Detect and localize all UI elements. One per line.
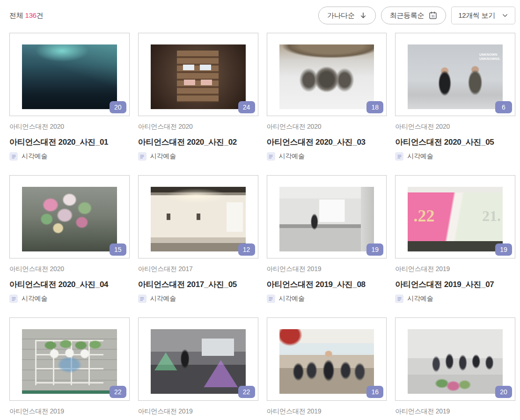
card[interactable]: 20 아티언스대전 2019 xyxy=(395,317,515,416)
card-category: 아티언스대전 2019 xyxy=(267,265,387,273)
card-photo xyxy=(279,187,374,251)
card[interactable]: 19 아티언스대전 2019 아티언스대전 2019_사진_08 시각예술 xyxy=(267,175,387,303)
card-title: 아티언스대전 2020_사진_05 xyxy=(395,137,515,147)
card[interactable]: UNKNOWN UNKNOWNS. 6 아티언스대전 2020 아티언스대전 2… xyxy=(395,33,515,161)
svg-text:31: 31 xyxy=(432,15,435,18)
card-thumbnail-frame: 20 xyxy=(395,317,515,401)
card-tag: 시각예술 xyxy=(9,152,130,161)
card[interactable]: 20 아티언스대전 2020 아티언스대전 2020_사진_01 시각예술 xyxy=(9,33,130,161)
total-count-label: 전체 136건 xyxy=(9,11,44,20)
document-lines-icon xyxy=(395,152,403,161)
sort-recent-label: 최근등록순 xyxy=(390,11,425,20)
card-tag: 시각예술 xyxy=(138,295,258,303)
card-tag-label: 시각예술 xyxy=(279,295,305,303)
card-thumbnail-frame: 15 xyxy=(9,175,130,258)
sort-alphabetical-button[interactable]: 가나다순 xyxy=(318,7,376,24)
card-thumbnail-frame: 20 xyxy=(9,33,130,116)
card-thumbnail-frame: 18 xyxy=(267,33,387,116)
photo-wall-sign-text: UNKNOWN UNKNOWNS. xyxy=(479,53,498,61)
card-tag-label: 시각예술 xyxy=(150,295,176,303)
card[interactable]: 16 아티언스대전 2019 xyxy=(267,317,387,416)
sort-controls: 가나다순 최근등록순 31 12개씩 보기 xyxy=(318,7,515,24)
card[interactable]: 12 아티언스대전 2017 아티언스대전 2017_사진_05 시각예술 xyxy=(138,175,258,303)
card[interactable]: 18 아티언스대전 2020 아티언스대전 2020_사진_03 시각예술 xyxy=(267,33,387,161)
card-photo xyxy=(279,44,374,109)
card-category: 아티언스대전 2019 xyxy=(267,407,387,416)
card-thumbnail-frame: 16 xyxy=(267,317,387,401)
photo-count-badge: 19 xyxy=(366,243,383,256)
card-title: 아티언스대전 2019_사진_08 xyxy=(267,279,387,290)
results-grid: 20 아티언스대전 2020 아티언스대전 2020_사진_01 시각예술 24… xyxy=(0,24,520,416)
photo-projection-number-left: .22 xyxy=(413,206,434,226)
card-photo: .22 21. xyxy=(408,187,503,251)
sort-alphabetical-label: 가나다순 xyxy=(327,11,355,20)
document-lines-icon xyxy=(138,295,146,303)
card-photo xyxy=(151,187,246,251)
calendar-31-icon: 31 xyxy=(429,11,437,20)
card-title: 아티언스대전 2019_사진_07 xyxy=(395,279,515,290)
document-lines-icon xyxy=(9,152,18,161)
card-thumbnail-frame: 12 xyxy=(138,175,258,258)
photo-count-badge: 22 xyxy=(110,386,126,398)
photo-count-badge: 18 xyxy=(366,101,383,113)
card-category: 아티언스대전 2020 xyxy=(395,123,515,131)
card-thumbnail-frame: .22 21. 19 xyxy=(395,175,515,258)
card-tag-label: 시각예술 xyxy=(407,295,433,303)
photo-count-badge: 12 xyxy=(238,243,255,256)
card[interactable]: 22 아티언스대전 2019 xyxy=(9,317,130,416)
page-size-select[interactable]: 12개씩 보기 xyxy=(451,7,515,24)
card-tag-label: 시각예술 xyxy=(279,152,305,161)
card-tag-label: 시각예술 xyxy=(22,152,47,161)
card-category: 아티언스대전 2020 xyxy=(9,265,130,273)
photo-count-badge: 15 xyxy=(110,243,126,256)
card-title: 아티언스대전 2020_사진_01 xyxy=(9,137,130,147)
card-tag: 시각예술 xyxy=(395,295,515,303)
card-thumbnail-frame: 24 xyxy=(138,33,258,116)
card-photo xyxy=(151,44,246,109)
card-title: 아티언스대전 2017_사진_05 xyxy=(138,279,258,290)
card-thumbnail-frame: 19 xyxy=(267,175,387,258)
document-lines-icon xyxy=(395,295,403,303)
card[interactable]: 22 아티언스대전 2019 xyxy=(138,317,258,416)
photo-count-badge: 16 xyxy=(366,386,383,398)
card-photo xyxy=(22,187,117,251)
photo-count-badge: 19 xyxy=(495,243,512,256)
card-tag-label: 시각예술 xyxy=(150,152,176,161)
card-thumbnail-frame: UNKNOWN UNKNOWNS. 6 xyxy=(395,33,515,116)
photo-count-badge: 6 xyxy=(495,101,512,113)
document-lines-icon xyxy=(138,152,146,161)
photo-count-badge: 20 xyxy=(110,101,126,113)
document-lines-icon xyxy=(267,152,275,161)
card[interactable]: .22 21. 19 아티언스대전 2019 아티언스대전 2019_사진_07… xyxy=(395,175,515,303)
card-category: 아티언스대전 2017 xyxy=(138,265,258,273)
photo-count-badge: 22 xyxy=(238,386,255,398)
total-prefix: 전체 xyxy=(9,11,25,19)
total-count-value: 136 xyxy=(25,11,37,19)
card-tag: 시각예술 xyxy=(9,295,130,303)
card-category: 아티언스대전 2020 xyxy=(9,123,130,131)
card-tag: 시각예술 xyxy=(395,152,515,161)
card-photo: UNKNOWN UNKNOWNS. xyxy=(408,44,503,109)
card-title: 아티언스대전 2020_사진_02 xyxy=(138,137,258,147)
total-suffix: 건 xyxy=(37,11,44,19)
card-thumbnail-frame: 22 xyxy=(9,317,130,401)
toolbar: 전체 136건 가나다순 최근등록순 31 12개씩 보기 xyxy=(0,0,520,24)
card-category: 아티언스대전 2019 xyxy=(395,265,515,273)
arrow-down-icon xyxy=(359,12,367,19)
card-tag-label: 시각예술 xyxy=(407,152,433,161)
card-tag: 시각예술 xyxy=(267,295,387,303)
sort-recent-button[interactable]: 최근등록순 31 xyxy=(381,7,447,24)
card-category: 아티언스대전 2020 xyxy=(138,123,258,131)
card-photo xyxy=(22,329,117,394)
card-tag-label: 시각예술 xyxy=(22,295,47,303)
card-thumbnail-frame: 22 xyxy=(138,317,258,401)
card-title: 아티언스대전 2020_사진_03 xyxy=(267,137,387,147)
document-lines-icon xyxy=(267,295,275,303)
photo-count-badge: 20 xyxy=(495,386,512,398)
card[interactable]: 24 아티언스대전 2020 아티언스대전 2020_사진_02 시각예술 xyxy=(138,33,258,161)
card-category: 아티언스대전 2020 xyxy=(267,123,387,131)
document-lines-icon xyxy=(9,295,18,303)
card-tag: 시각예술 xyxy=(267,152,387,161)
card-title: 아티언스대전 2020_사진_04 xyxy=(9,279,130,290)
card[interactable]: 15 아티언스대전 2020 아티언스대전 2020_사진_04 시각예술 xyxy=(9,175,130,303)
